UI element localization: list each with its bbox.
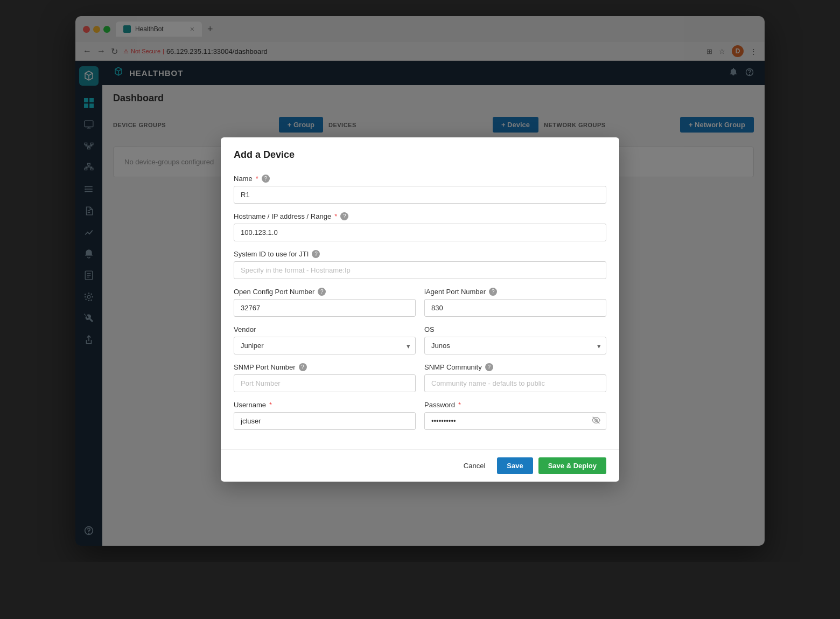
iagent-label: iAgent Port Number ?: [424, 288, 606, 296]
name-label: Name * ?: [234, 175, 606, 183]
username-label: Username *: [234, 401, 416, 409]
password-toggle-icon[interactable]: [591, 415, 601, 427]
open-config-field-group: Open Config Port Number ?: [234, 288, 416, 317]
add-device-modal: Add a Device Name * ? Hostname / IP addr…: [221, 137, 619, 482]
snmp-port-help-icon[interactable]: ?: [299, 363, 307, 371]
credentials-row: Username * Password *: [234, 401, 606, 439]
snmp-port-label: SNMP Port Number ?: [234, 363, 416, 371]
username-required: *: [269, 401, 272, 409]
snmp-community-input[interactable]: [424, 374, 606, 392]
hostname-required: *: [334, 212, 337, 220]
open-config-input[interactable]: [234, 299, 416, 317]
name-help-icon[interactable]: ?: [262, 175, 270, 183]
vendor-select-wrapper: Juniper Cisco Arista Nokia: [234, 337, 416, 354]
iagent-input[interactable]: [424, 299, 606, 317]
open-config-help-icon[interactable]: ?: [318, 288, 326, 296]
password-input[interactable]: [424, 412, 606, 430]
hostname-input[interactable]: [234, 224, 606, 241]
system-id-help-icon[interactable]: ?: [312, 250, 320, 258]
snmp-row: SNMP Port Number ? SNMP Community ?: [234, 363, 606, 401]
os-field-group: OS Junos IOS EOS SR-OS: [424, 325, 606, 354]
ports-row: Open Config Port Number ? iAgent Port Nu…: [234, 288, 606, 325]
hostname-label: Hostname / IP address / Range * ?: [234, 212, 606, 220]
save-button[interactable]: Save: [497, 457, 533, 474]
modal-footer: Cancel Save Save & Deploy: [221, 449, 619, 482]
password-required: *: [458, 401, 461, 409]
snmp-port-input[interactable]: [234, 374, 416, 392]
username-input[interactable]: [234, 412, 416, 430]
name-field-group: Name * ?: [234, 175, 606, 204]
system-id-input[interactable]: [234, 261, 606, 279]
os-select[interactable]: Junos IOS EOS SR-OS: [424, 337, 606, 354]
snmp-community-field-group: SNMP Community ?: [424, 363, 606, 392]
snmp-community-help-icon[interactable]: ?: [485, 363, 493, 371]
modal-title: Add a Device: [221, 137, 619, 169]
os-label: OS: [424, 325, 606, 333]
system-id-field-group: System ID to use for JTI ?: [234, 250, 606, 279]
snmp-port-field-group: SNMP Port Number ?: [234, 363, 416, 392]
name-input[interactable]: [234, 186, 606, 204]
password-field-group: Password *: [424, 401, 606, 430]
iagent-field-group: iAgent Port Number ?: [424, 288, 606, 317]
name-required: *: [256, 175, 258, 183]
vendor-field-group: Vendor Juniper Cisco Arista Nokia: [234, 325, 416, 354]
hostname-field-group: Hostname / IP address / Range * ?: [234, 212, 606, 241]
modal-body: Name * ? Hostname / IP address / Range *…: [221, 169, 619, 449]
vendor-select[interactable]: Juniper Cisco Arista Nokia: [234, 337, 416, 354]
username-field-group: Username *: [234, 401, 416, 430]
open-config-label: Open Config Port Number ?: [234, 288, 416, 296]
system-id-label: System ID to use for JTI ?: [234, 250, 606, 258]
vendor-os-row: Vendor Juniper Cisco Arista Nokia OS: [234, 325, 606, 363]
hostname-help-icon[interactable]: ?: [340, 212, 348, 220]
os-select-wrapper: Junos IOS EOS SR-OS: [424, 337, 606, 354]
save-deploy-button[interactable]: Save & Deploy: [538, 457, 606, 474]
password-wrapper: [424, 412, 606, 430]
modal-overlay: Add a Device Name * ? Hostname / IP addr…: [0, 0, 840, 562]
iagent-help-icon[interactable]: ?: [489, 288, 497, 296]
cancel-button[interactable]: Cancel: [457, 457, 492, 474]
snmp-community-label: SNMP Community ?: [424, 363, 606, 371]
password-label: Password *: [424, 401, 606, 409]
vendor-label: Vendor: [234, 325, 416, 333]
